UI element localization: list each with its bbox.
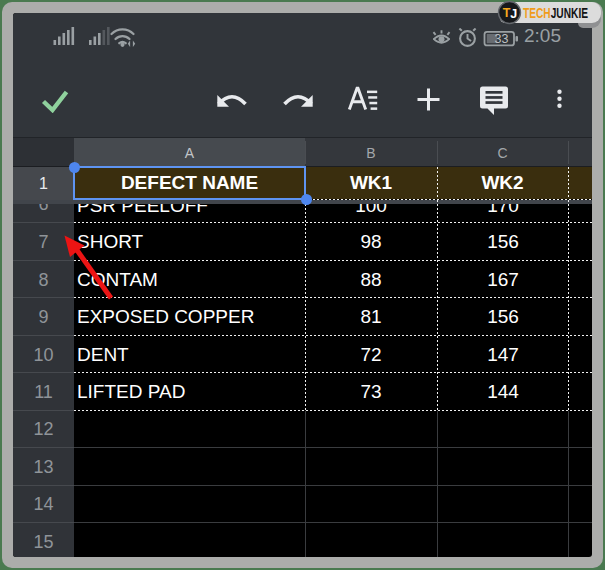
svg-text:J: J	[510, 7, 517, 21]
svg-text:TECHJUNKIE: TECHJUNKIE	[523, 4, 588, 21]
svg-text:33: 33	[495, 32, 509, 46]
